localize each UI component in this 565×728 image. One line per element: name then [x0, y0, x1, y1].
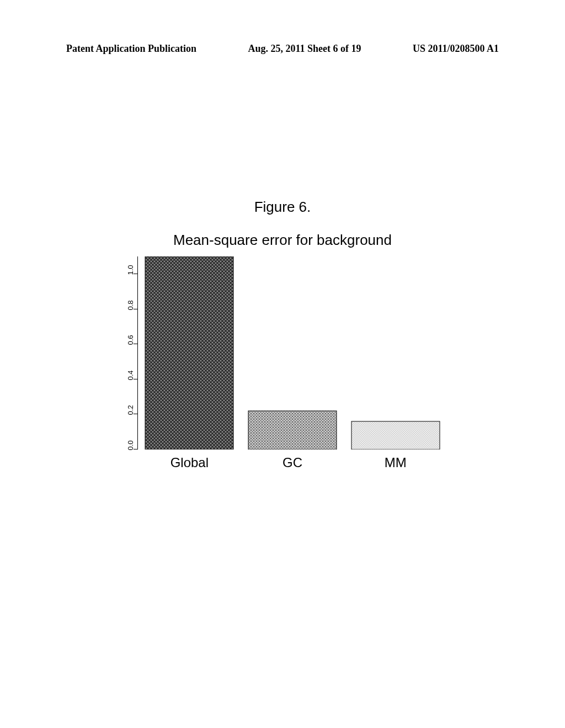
header-right: US 2011/0208500 A1: [413, 43, 499, 55]
plot-area: [138, 256, 447, 449]
y-axis: 0.0 0.2 0.4 0.6 0.8 1.0: [110, 256, 138, 449]
x-label: GC: [241, 449, 344, 470]
y-tick-label: 0.4: [126, 370, 135, 380]
chart-title: Mean-square error for background: [0, 232, 565, 249]
y-tick-label: 0.0: [126, 440, 135, 450]
bar-global: [145, 256, 233, 449]
figure-label: Figure 6.: [0, 199, 565, 216]
bar-chart: 0.0 0.2 0.4 0.6 0.8 1.0 Global GC MM: [110, 256, 452, 470]
bar-mm: [351, 421, 440, 449]
x-label: MM: [344, 449, 447, 470]
y-tick-label: 0.8: [126, 300, 135, 310]
header-mid: Aug. 25, 2011 Sheet 6 of 19: [248, 43, 361, 55]
x-axis-labels: Global GC MM: [138, 449, 447, 470]
patent-header: Patent Application Publication Aug. 25, …: [0, 43, 565, 55]
y-tick-label: 0.2: [126, 405, 135, 415]
bar-gc: [248, 411, 337, 449]
x-label: Global: [138, 449, 241, 470]
y-tick-label: 0.6: [126, 335, 135, 345]
header-left: Patent Application Publication: [66, 43, 196, 55]
y-tick-label: 1.0: [126, 265, 135, 275]
